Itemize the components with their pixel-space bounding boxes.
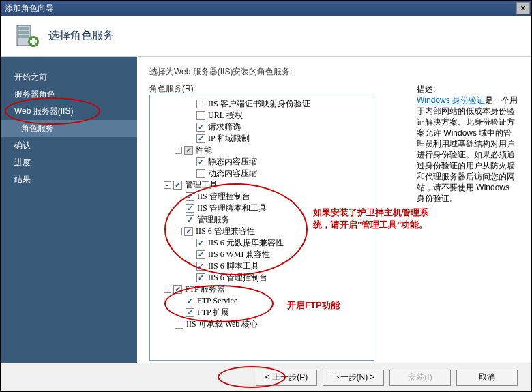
roles-label: 角色服务(R): (149, 83, 196, 95)
tree-item-label: IIS 6 管理兼容性 (196, 226, 255, 237)
tree-item[interactable]: URL 授权 (153, 110, 371, 121)
sidebar-item-role-services[interactable]: 角色服务 (1, 120, 137, 137)
tree-item[interactable]: 静态内容压缩 (153, 156, 371, 168)
tree-item[interactable]: 动态内容压缩 (153, 168, 371, 179)
sidebar-item-confirm[interactable]: 确认 (1, 137, 137, 154)
tree-item[interactable]: IIS 客户端证书映射身份验证 (153, 98, 371, 110)
tree-item[interactable]: -IIS 6 管理兼容性 (153, 226, 371, 237)
tree-item-label: 管理服务 (197, 214, 230, 226)
svg-rect-3 (18, 35, 29, 38)
sidebar-item-server-roles[interactable]: 服务器角色 (1, 86, 137, 103)
checkbox[interactable] (186, 297, 194, 305)
checkbox[interactable] (175, 320, 183, 329)
install-button: 安装(I) (389, 370, 451, 386)
server-role-icon (13, 22, 40, 50)
sidebar-item-iis[interactable]: Web 服务器(IIS) (1, 103, 137, 120)
checkbox[interactable] (186, 204, 194, 213)
sidebar: 开始之前 服务器角色 Web 服务器(IIS) 角色服务 确认 进度 结果 (1, 57, 137, 363)
close-button[interactable]: × (516, 2, 530, 14)
tree-item[interactable]: FTP Service (153, 295, 371, 307)
checkbox[interactable] (186, 192, 194, 201)
tree-item[interactable]: -性能 (153, 145, 371, 156)
checkbox[interactable] (196, 239, 205, 247)
description-link[interactable]: Windows 身份验证 (417, 95, 485, 105)
tree-item[interactable]: -管理工具 (153, 179, 371, 191)
wizard-window: 添加角色向导 × 选择角色服务 开始之前 服务器角色 Web 服务器(IIS) … (0, 0, 532, 392)
tree-item[interactable]: 请求筛选 (153, 121, 371, 133)
tree-item-label: 请求筛选 (208, 121, 241, 133)
checkbox[interactable] (186, 308, 194, 317)
checkbox[interactable] (196, 157, 205, 166)
checkbox[interactable] (196, 273, 205, 282)
checkbox[interactable] (196, 169, 205, 178)
footer: < 上一步(P) 下一步(N) > 安装(I) 取消 (1, 363, 531, 391)
tree-item[interactable]: FTP 扩展 (153, 307, 371, 318)
tree-item[interactable]: IIS 6 WMI 兼容性 (153, 249, 371, 260)
checkbox[interactable] (196, 262, 205, 271)
header: 选择角色服务 (1, 16, 531, 57)
tree-item[interactable]: IIS 6 脚本工具 (153, 260, 371, 272)
prev-button[interactable]: < 上一步(P) (256, 370, 317, 386)
tree-item-label: FTP 服务器 (185, 284, 225, 295)
role-services-tree[interactable]: IIS 客户端证书映射身份验证URL 授权请求筛选IP 和域限制-性能静态内容压… (149, 95, 374, 361)
expand-toggle-icon[interactable]: - (175, 147, 182, 154)
tree-item-label: FTP Service (197, 295, 237, 307)
checkbox[interactable] (186, 215, 194, 224)
tree-item[interactable]: IIS 6 元数据库兼容性 (153, 237, 371, 249)
tree-item[interactable]: IP 和域限制 (153, 133, 371, 145)
tree-item[interactable]: IIS 可承载 Web 核心 (153, 318, 371, 330)
tree-item-label: 静态内容压缩 (208, 156, 257, 168)
description-panel: Windows 身份验证是一个用于内部网站的低成本身份验证解决方案。此身份验证方… (417, 95, 519, 204)
expand-toggle-icon[interactable]: - (175, 228, 182, 235)
checkbox[interactable] (184, 146, 193, 155)
tree-item-label: FTP 扩展 (197, 307, 229, 318)
checkbox[interactable] (196, 111, 205, 120)
page-heading: 选择角色服务 (48, 29, 114, 43)
tree-item[interactable]: IIS 管理脚本和工具 (153, 202, 371, 214)
tree-item-label: IIS 可承载 Web 核心 (186, 318, 258, 330)
tree-item-label: 性能 (196, 145, 212, 156)
expand-toggle-icon[interactable]: - (164, 286, 171, 293)
tree-item[interactable]: IIS 管理控制台 (153, 191, 371, 202)
svg-rect-1 (18, 27, 29, 30)
checkbox[interactable] (196, 123, 205, 132)
description-label: 描述: (417, 84, 435, 95)
tree-item-label: IIS 6 元数据库兼容性 (208, 237, 284, 249)
tree-item-label: IIS 6 管理控制台 (208, 272, 267, 284)
checkbox[interactable] (184, 227, 193, 236)
sidebar-item-start[interactable]: 开始之前 (1, 69, 137, 86)
main-panel: 选择为Web 服务器(IIS)安装的角色服务: 角色服务(R): 描述: IIS… (137, 57, 531, 363)
tree-item-label: IIS 管理脚本和工具 (197, 202, 267, 214)
checkbox[interactable] (196, 134, 205, 143)
tree-item-label: IIS 6 WMI 兼容性 (208, 249, 270, 260)
expand-toggle-icon[interactable]: - (164, 181, 171, 189)
sidebar-item-progress[interactable]: 进度 (1, 154, 137, 171)
tree-item-label: IP 和域限制 (208, 133, 250, 145)
tree-item-label: 管理工具 (185, 179, 218, 191)
svg-rect-2 (18, 31, 29, 34)
tree-item-label: IIS 管理控制台 (197, 191, 250, 202)
body: 开始之前 服务器角色 Web 服务器(IIS) 角色服务 确认 进度 结果 选择… (1, 57, 531, 363)
checkbox[interactable] (173, 285, 182, 294)
tree-item[interactable]: 管理服务 (153, 214, 371, 226)
tree-item-label: IIS 客户端证书映射身份验证 (208, 98, 310, 110)
instruction-text: 选择为Web 服务器(IIS)安装的角色服务: (149, 66, 519, 78)
description-text: 是一个用于内部网站的低成本身份验证解决方案。此身份验证方案允许 Windows … (417, 95, 518, 203)
sidebar-item-results[interactable]: 结果 (1, 171, 137, 188)
checkbox[interactable] (196, 250, 205, 259)
tree-item[interactable]: -FTP 服务器 (153, 284, 371, 295)
tree-item[interactable]: IIS 6 管理控制台 (153, 272, 371, 284)
checkbox[interactable] (196, 100, 205, 108)
titlebar: 添加角色向导 × (1, 1, 531, 16)
tree-item-label: URL 授权 (208, 110, 243, 121)
checkbox[interactable] (173, 181, 182, 190)
svg-rect-6 (30, 40, 37, 43)
window-title: 添加角色向导 (5, 3, 516, 14)
cancel-button[interactable]: 取消 (456, 370, 518, 386)
tree-item-label: 动态内容压缩 (208, 168, 257, 179)
next-button[interactable]: 下一步(N) > (323, 370, 384, 386)
tree-item-label: IIS 6 脚本工具 (208, 260, 259, 272)
